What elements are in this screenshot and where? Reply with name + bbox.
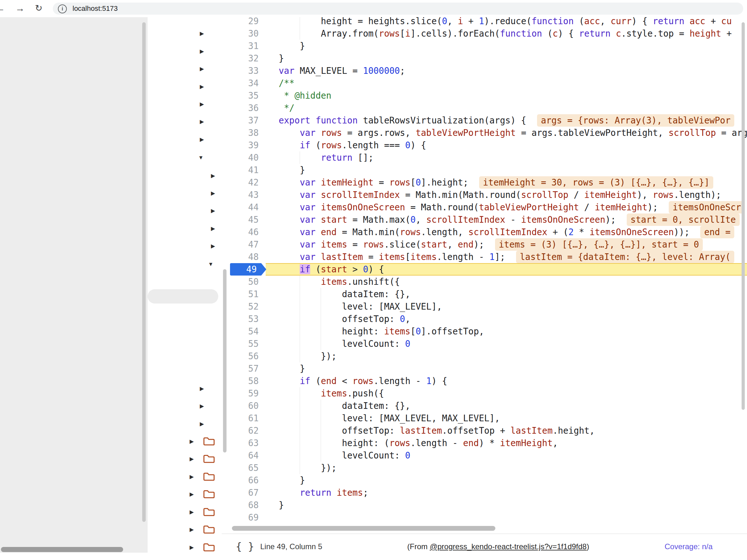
line-number[interactable]: 55 (222, 338, 266, 350)
code-line[interactable]: var scrollItemIndex = Math.min(Math.roun… (279, 189, 721, 201)
code-line[interactable]: var items = rows.slice(start, end);items… (279, 238, 703, 251)
code-line[interactable]: export function tableRowsVirtualization(… (279, 114, 734, 127)
line-number[interactable]: 30 (222, 27, 266, 40)
line-number[interactable]: 35 (222, 90, 266, 102)
code-line[interactable]: * @hidden (279, 90, 332, 102)
forward-icon[interactable]: → (15, 0, 25, 17)
line-number[interactable]: 61 (222, 412, 266, 425)
expand-icon[interactable]: ▶ (211, 226, 215, 231)
back-icon[interactable]: ← (0, 0, 5, 17)
code-line[interactable]: if (end < rows.length - 1) { (279, 375, 447, 387)
tree-row[interactable]: ▶ (148, 222, 222, 236)
navigator-scrollbar[interactable] (223, 269, 227, 453)
code-line[interactable]: dataItem: {}, (279, 400, 410, 412)
line-number[interactable]: 46 (222, 226, 266, 238)
line-number[interactable]: 36 (222, 102, 266, 114)
expand-icon[interactable]: ▶ (200, 137, 204, 142)
tree-row[interactable]: ▶ (148, 133, 222, 147)
line-number[interactable]: 34 (222, 77, 266, 90)
expand-icon[interactable]: ▶ (211, 208, 215, 213)
code-line[interactable]: var end = Math.min(rows.length, scrollIt… (279, 226, 734, 238)
code-line[interactable]: } (279, 52, 284, 65)
tree-row[interactable]: ▶ (148, 400, 222, 414)
tree-row[interactable]: ▶ (148, 382, 222, 396)
tree-row[interactable]: ▶ (148, 523, 222, 537)
collapse-icon[interactable]: ▼ (198, 155, 204, 160)
editor-scrollbar-horizontal[interactable] (232, 526, 495, 531)
code-line[interactable]: } (279, 164, 305, 176)
line-number[interactable]: 69 (222, 511, 266, 524)
code-line[interactable]: var MAX_LEVEL = 1000000; (279, 65, 405, 77)
line-number[interactable]: 50 (222, 276, 266, 288)
line-number[interactable]: 64 (222, 449, 266, 462)
line-number[interactable]: 37 (222, 114, 266, 127)
tree-row[interactable]: ▶ (148, 169, 222, 183)
code-line[interactable]: var itemHeight = rows[0].height;itemHeig… (279, 176, 713, 189)
site-info-icon[interactable]: i (58, 4, 67, 14)
line-number[interactable]: 51 (222, 288, 266, 300)
tree-row[interactable]: ▶ (148, 488, 222, 502)
line-number[interactable]: 48 (222, 251, 266, 263)
code-line[interactable]: offsetTop: lastItem.offsetTop + lastItem… (279, 425, 595, 437)
line-number[interactable]: 62 (222, 425, 266, 437)
tree-row[interactable]: ▶ (148, 187, 222, 201)
execution-pointer[interactable]: 49 (230, 263, 266, 276)
url-text[interactable]: localhost:5173 (73, 3, 118, 15)
line-number[interactable]: 60 (222, 400, 266, 412)
tree-row[interactable]: ▶ (148, 453, 222, 466)
line-number[interactable]: 45 (222, 213, 266, 226)
line-number[interactable]: 59 (222, 387, 266, 400)
code-line[interactable]: var rows = args.rows, tableViewPortHeigh… (279, 127, 747, 139)
address-bar[interactable]: i localhost:5173 (53, 3, 743, 15)
hover-row-highlight[interactable] (148, 289, 218, 304)
line-number[interactable]: 63 (222, 437, 266, 449)
tree-row[interactable]: ▶ (148, 27, 222, 41)
code-line[interactable]: } (279, 40, 305, 52)
tree-row[interactable]: ▶ (148, 506, 222, 519)
expand-icon[interactable]: ▶ (189, 474, 194, 480)
line-number[interactable]: 66 (222, 474, 266, 486)
expand-icon[interactable]: ▶ (200, 49, 204, 54)
expand-icon[interactable]: ▶ (200, 119, 204, 124)
tree-row[interactable]: ▶ (148, 239, 222, 254)
tree-row[interactable]: ▶ (148, 417, 222, 431)
code-line[interactable]: /** (279, 77, 294, 90)
line-number[interactable]: 33 (222, 65, 266, 77)
tree-row[interactable]: ▶ (148, 470, 222, 484)
expand-icon[interactable]: ▶ (211, 190, 215, 196)
tree-row[interactable]: ▼ (148, 151, 222, 165)
line-number[interactable]: 67 (222, 486, 266, 499)
line-number[interactable]: 53 (222, 313, 266, 325)
expand-icon[interactable]: ▶ (200, 386, 204, 391)
collapse-icon[interactable]: ▼ (208, 261, 213, 267)
line-number[interactable]: 68 (222, 499, 266, 511)
tree-row[interactable]: ▶ (148, 62, 222, 76)
line-number[interactable]: 38 (222, 127, 266, 139)
code-line[interactable]: var lastItem = items[items.length - 1];l… (279, 251, 734, 263)
line-number[interactable]: 58 (222, 375, 266, 387)
expand-icon[interactable]: ▶ (200, 66, 204, 72)
expand-icon[interactable]: ▶ (189, 527, 194, 532)
code-line[interactable]: var itemsOnOneScreen = Math.round(tableV… (279, 201, 745, 213)
code-line[interactable]: height: (rows.length - end) * itemHeight… (279, 437, 558, 449)
line-number[interactable]: 43 (222, 189, 266, 201)
expand-icon[interactable]: ▶ (189, 491, 194, 497)
tree-row[interactable]: ▶ (148, 115, 222, 129)
page-scrollbar-horizontal[interactable] (1, 547, 123, 552)
line-number[interactable]: 44 (222, 201, 266, 213)
reload-icon[interactable]: ↻ (35, 0, 42, 17)
expand-icon[interactable]: ▶ (200, 31, 204, 36)
line-number[interactable]: 47 (222, 238, 266, 251)
tree-row[interactable]: ▶ (148, 80, 222, 94)
code-line[interactable]: Array.from(rows[i].cells).forEach(functi… (279, 27, 732, 40)
code-line[interactable]: height: items[0].offsetTop, (279, 325, 484, 338)
expand-icon[interactable]: ▶ (189, 439, 194, 444)
code-line[interactable]: level: [MAX_LEVEL], (279, 300, 442, 313)
tree-row[interactable]: ▶ (148, 204, 222, 218)
code-line[interactable]: var start = Math.max(0, scrollItemIndex … (279, 213, 740, 226)
code-line[interactable]: } (279, 499, 284, 511)
source-origin-link[interactable]: @progress_kendo-react-treelist.js?v=1f1d… (430, 542, 587, 551)
expand-icon[interactable]: ▶ (200, 84, 204, 90)
code-line[interactable]: levelCount: 0 (279, 338, 410, 350)
line-number[interactable]: 39 (222, 139, 266, 151)
